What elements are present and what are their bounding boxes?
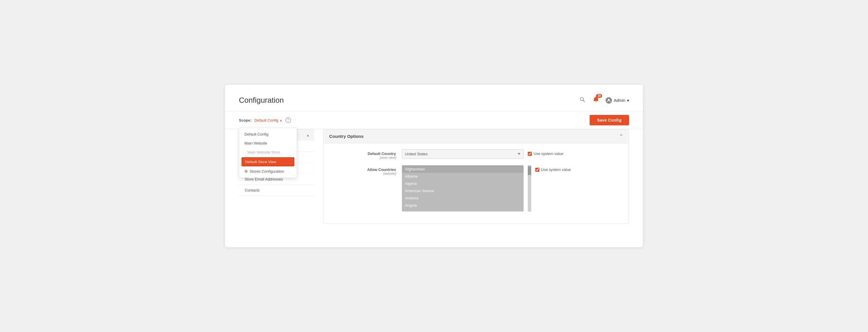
scope-bar: Scope: Default Config ▲ ? Default Config… xyxy=(225,111,643,129)
avatar xyxy=(606,97,612,104)
scope-arrow-icon: ▲ xyxy=(280,119,282,122)
option-angola: Angola xyxy=(402,202,523,209)
scope-menu-item-default-store-view[interactable]: Default Store View xyxy=(242,157,294,166)
option-anguilla: Anguilla xyxy=(402,209,523,211)
header-actions: 39 Admin ▾ xyxy=(578,95,629,105)
option-algeria: Algeria xyxy=(402,180,523,187)
admin-label: Admin xyxy=(614,98,625,103)
default-country-use-system: Use system value xyxy=(528,149,563,156)
scope-current-value: Default Config xyxy=(254,118,278,123)
search-button[interactable] xyxy=(578,96,586,105)
section-title: Country Options xyxy=(329,134,364,139)
page-title: Configuration xyxy=(239,96,284,105)
allow-countries-multiselect[interactable]: Afghanistan Albania Algeria American Sam… xyxy=(402,165,524,211)
chevron-up-icon: ▲ xyxy=(306,133,310,137)
option-andorra: Andorra xyxy=(402,194,523,202)
use-system-value-label: Use system value xyxy=(534,152,563,156)
gear-icon: ⚙ xyxy=(244,169,248,173)
allow-countries-checkbox[interactable] xyxy=(535,168,539,172)
default-country-label-col: Default Country [store view] xyxy=(332,149,396,159)
main-card: Configuration 39 xyxy=(225,85,643,247)
scope-dropdown-button[interactable]: Default Config ▲ xyxy=(254,118,282,123)
notification-badge: 39 xyxy=(596,94,602,98)
admin-menu-button[interactable]: Admin ▾ xyxy=(606,97,629,104)
section-panel-body: Default Country [store view] United Stat… xyxy=(323,143,629,223)
section-panel-header: Country Options ⌃ xyxy=(323,129,629,143)
svg-point-2 xyxy=(608,99,610,101)
allow-countries-use-system: Use system value xyxy=(535,165,571,172)
scrollbar-thumb xyxy=(528,166,531,175)
default-country-row: Default Country [store view] United Stat… xyxy=(332,149,620,159)
option-albania: Albania xyxy=(402,173,523,180)
scope-menu: Default Config Main Website Main Website… xyxy=(239,128,297,178)
page-header: Configuration 39 xyxy=(225,85,643,111)
notification-button[interactable]: 39 xyxy=(592,95,600,105)
option-american-samoa: American Samoa xyxy=(402,187,523,194)
scope-menu-item-default-config[interactable]: Default Config xyxy=(239,130,297,139)
option-afghanistan: Afghanistan xyxy=(402,165,523,173)
allow-countries-row: Allow Countries [website] Afghanistan Al… xyxy=(332,165,620,211)
default-country-label: Default Country xyxy=(332,152,396,156)
content-area: Country Options ⌃ Default Country [store… xyxy=(314,129,629,224)
sidebar-item-contacts[interactable]: Contacts xyxy=(239,185,314,196)
allow-countries-sublabel: [website] xyxy=(332,172,396,175)
save-config-button[interactable]: Save Config xyxy=(590,115,629,125)
allow-countries-label-col: Allow Countries [website] xyxy=(332,165,396,175)
scope-label: Scope: xyxy=(239,118,251,123)
search-icon xyxy=(580,97,585,102)
scope-menu-item-main-website-store[interactable]: Main Website Store xyxy=(239,148,297,157)
default-country-sublabel: [store view] xyxy=(332,156,396,159)
scope-left: Scope: Default Config ▲ ? Default Config… xyxy=(239,117,291,123)
scope-menu-item-main-website[interactable]: Main Website xyxy=(239,139,297,148)
default-country-checkbox[interactable] xyxy=(528,152,532,156)
country-options-panel: Country Options ⌃ Default Country [store… xyxy=(323,129,629,224)
admin-dropdown-arrow: ▾ xyxy=(627,98,629,103)
default-country-input-col: United States Use system value xyxy=(402,149,620,159)
user-icon xyxy=(607,98,611,102)
default-country-select[interactable]: United States xyxy=(402,149,524,159)
collapse-icon[interactable]: ⌃ xyxy=(619,133,623,139)
multiselect-scrollbar[interactable] xyxy=(528,165,531,211)
help-icon[interactable]: ? xyxy=(285,117,291,123)
svg-line-1 xyxy=(583,100,585,102)
scope-menu-item-stores-config[interactable]: ⚙ Stores Configuration xyxy=(239,167,297,176)
use-system-value-label-2: Use system value xyxy=(541,167,571,172)
allow-countries-label: Allow Countries xyxy=(332,167,396,172)
allow-countries-input-col: Afghanistan Albania Algeria American Sam… xyxy=(402,165,620,211)
